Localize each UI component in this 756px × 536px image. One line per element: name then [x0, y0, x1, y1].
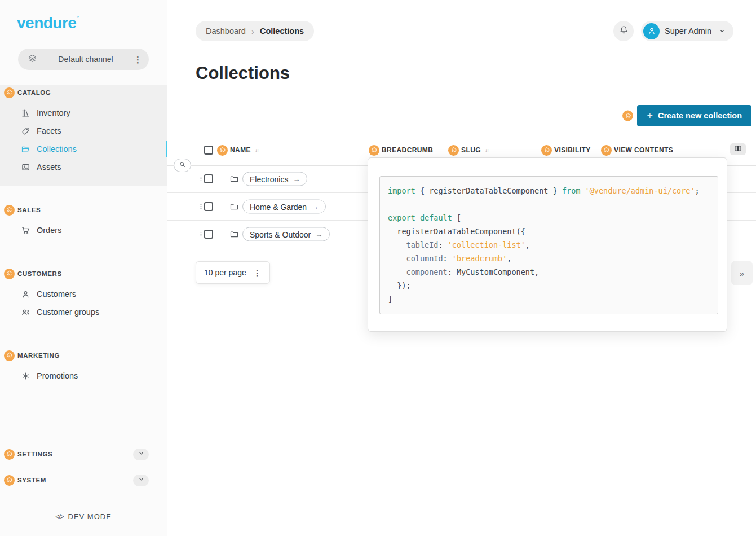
dev-badge-icon[interactable]	[369, 145, 379, 156]
sidebar-item-label: Inventory	[37, 108, 70, 117]
table-header-name: NAME ↓↑	[204, 144, 258, 156]
nav-group-customers: CUSTOMERS Customers Customer groups	[0, 266, 167, 321]
dev-mode-toggle[interactable]: </> DEV MODE	[0, 512, 167, 521]
avatar	[643, 23, 660, 39]
sidebar-item-label: Orders	[37, 226, 61, 235]
collection-link-electronics[interactable]: Electronics →	[242, 172, 307, 186]
nav-group-catalog: CATALOG Inventory Facets Collections Ass…	[0, 85, 167, 186]
nav-section-header-catalog: CATALOG	[0, 85, 167, 100]
users-icon	[21, 307, 30, 317]
create-button-wrap: + Create new collection	[637, 105, 751, 126]
dev-badge-icon[interactable]	[448, 145, 459, 156]
settings-expand-button[interactable]	[133, 449, 149, 460]
user-menu[interactable]: Super Admin	[641, 21, 733, 41]
chevron-down-icon	[718, 27, 727, 36]
sidebar-item-label: Assets	[37, 162, 61, 172]
folder-icon	[229, 202, 239, 212]
next-page-button[interactable]: »	[731, 261, 753, 285]
folder-open-icon	[21, 144, 30, 154]
columns-icon	[733, 144, 742, 154]
table-header-view-contents: VIEW CONTENTS	[601, 144, 673, 156]
dev-badge-icon[interactable]	[601, 145, 612, 156]
sidebar-item-customer-groups[interactable]: Customer groups	[0, 303, 167, 321]
sidebar-item-promotions[interactable]: Promotions	[0, 367, 167, 385]
main-content: Dashboard › Collections Super Admin Coll…	[167, 0, 756, 536]
dev-badge-icon[interactable]	[541, 145, 552, 156]
sidebar-item-facets[interactable]: Facets	[0, 122, 167, 140]
nav-section-system: SYSTEM	[0, 472, 167, 488]
dev-badge-icon[interactable]	[4, 350, 15, 361]
breadcrumb-current: Collections	[260, 27, 304, 36]
inventory-icon	[21, 108, 30, 118]
nav-group-marketing: MARKETING Promotions	[0, 348, 167, 385]
sidebar-item-label: Facets	[37, 126, 61, 135]
dev-badge-icon[interactable]	[4, 475, 15, 486]
row-checkbox[interactable]	[204, 230, 213, 239]
sidebar-item-label: Customer groups	[37, 307, 99, 317]
arrow-right-icon: →	[311, 203, 319, 211]
plus-icon: +	[647, 110, 653, 122]
code-icon: </>	[55, 513, 63, 521]
sidebar: vendure’ Default channel ⋮ CATALOG Inven…	[0, 0, 167, 536]
dev-badge-icon[interactable]	[4, 269, 15, 279]
folder-icon	[229, 174, 239, 184]
dev-badge-icon[interactable]	[4, 449, 15, 460]
table-header-breadcrumb: BREADCRUMB	[369, 144, 433, 156]
sidebar-item-label: Collections	[37, 144, 77, 153]
dev-badge-icon[interactable]	[4, 205, 15, 216]
code-snippet: import { registerDataTableComponent } fr…	[379, 176, 718, 314]
collection-link-home-garden[interactable]: Home & Garden →	[242, 200, 326, 214]
channel-label: Default channel	[38, 55, 134, 64]
bell-icon	[618, 25, 629, 37]
channel-kebab-icon[interactable]: ⋮	[134, 55, 142, 64]
sidebar-item-assets[interactable]: Assets	[0, 158, 167, 176]
arrow-right-icon: →	[293, 175, 300, 183]
system-expand-button[interactable]	[133, 475, 149, 486]
folder-icon	[229, 230, 239, 239]
nav-section-settings: SETTINGS	[0, 446, 167, 462]
code-block: import { registerDataTableComponent } fr…	[388, 184, 710, 306]
sidebar-item-label: Promotions	[37, 371, 78, 380]
nav-section-header-customers: CUSTOMERS	[0, 266, 167, 282]
sidebar-item-label: Customers	[37, 289, 76, 298]
row-checkbox[interactable]	[204, 202, 213, 211]
breadcrumb: Dashboard › Collections	[196, 21, 314, 41]
breadcrumb-dashboard-link[interactable]: Dashboard	[206, 27, 246, 36]
user-name: Super Admin	[665, 27, 713, 36]
vendure-admin-app: vendure’ Default channel ⋮ CATALOG Inven…	[0, 0, 756, 536]
dev-mode-label: DEV MODE	[68, 512, 112, 521]
sidebar-item-customers[interactable]: Customers	[0, 285, 167, 303]
row-checkbox[interactable]	[204, 174, 213, 183]
sort-icon[interactable]: ↓↑	[255, 147, 258, 153]
chevron-down-icon	[137, 449, 145, 459]
channel-selector[interactable]: Default channel ⋮	[18, 49, 149, 70]
sidebar-item-inventory[interactable]: Inventory	[0, 104, 167, 122]
items-per-page-select[interactable]: 10 per page ⋮	[196, 261, 270, 284]
create-new-collection-button[interactable]: + Create new collection	[637, 105, 751, 126]
dev-badge-icon[interactable]	[4, 87, 15, 98]
tag-icon	[21, 126, 30, 136]
nav-section-header-sales: SALES	[0, 202, 167, 218]
sidebar-item-orders[interactable]: Orders	[0, 221, 167, 239]
breadcrumb-separator-icon: ›	[251, 27, 254, 36]
collection-link-sports-outdoor[interactable]: Sports & Outdoor →	[242, 227, 330, 241]
sort-icon[interactable]: ↓↑	[485, 147, 488, 153]
sidebar-item-collections[interactable]: Collections	[0, 140, 167, 158]
promotions-icon	[21, 371, 30, 381]
dev-badge-icon[interactable]	[217, 145, 228, 156]
column-settings-button[interactable]	[730, 143, 746, 155]
cart-icon	[21, 226, 30, 235]
image-icon	[21, 162, 30, 172]
nav-group-sales: SALES Orders	[0, 202, 167, 239]
select-all-checkbox[interactable]	[204, 146, 213, 155]
dev-badge-icon[interactable]	[622, 111, 633, 121]
notifications-button[interactable]	[613, 21, 634, 41]
vendure-logo[interactable]: vendure’	[17, 14, 79, 32]
nav-section-header-marketing: MARKETING	[0, 348, 167, 363]
page-title: Collections	[196, 63, 290, 84]
chevron-down-icon	[137, 475, 145, 485]
user-icon	[21, 289, 30, 299]
arrow-right-icon: →	[315, 230, 322, 239]
table-header-visibility: VISIBILITY	[541, 144, 591, 156]
layers-icon	[27, 53, 38, 66]
